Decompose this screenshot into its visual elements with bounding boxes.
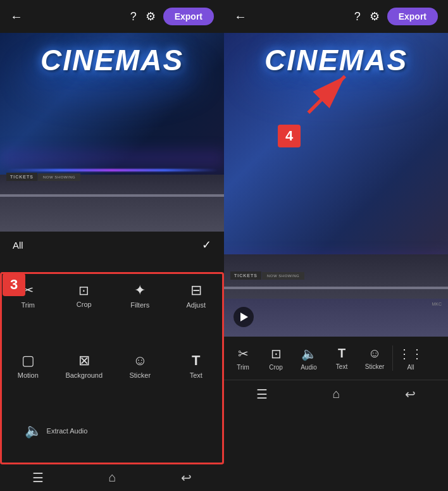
right-trim-label: Trim: [237, 364, 249, 371]
settings-button[interactable]: ⚙: [144, 8, 157, 25]
filters-label: Filters: [130, 301, 149, 309]
left-video-preview: CINEMAS TICKETS NOW SHOWING: [0, 33, 224, 232]
right-nav-home-icon[interactable]: ⌂: [332, 387, 340, 401]
filters-icon: ✦: [134, 283, 146, 297]
step-4-badge: 4: [278, 125, 301, 147]
sticker-label: Sticker: [129, 371, 151, 379]
right-cinemas-text: CINEMAS: [264, 46, 408, 75]
right-now-showing-sign: NOW SHOWING: [262, 272, 304, 280]
right-toolbar: ✂ Trim ⊡ Crop 🔈 Audio T Text ☺ Sticker ⋮…: [224, 337, 448, 380]
right-crop-label: Crop: [269, 364, 283, 371]
tickets-sign: TICKETS: [6, 173, 37, 181]
all-label: All: [13, 240, 23, 251]
step-3-badge: 3: [3, 273, 25, 296]
floor-balcony: TICKETS NOW SHOWING: [0, 175, 224, 232]
crop-icon: ⊡: [78, 284, 89, 297]
right-tool-crop[interactable]: ⊡ Crop: [259, 342, 292, 375]
right-video-preview: CINEMAS TICKETS NOW SHOWING MKC 4: [224, 33, 448, 337]
nav-home-icon[interactable]: ⌂: [108, 470, 116, 485]
right-floor-balcony: TICKETS NOW SHOWING MKC: [224, 254, 448, 337]
text-label: Text: [190, 371, 202, 379]
crop-label: Crop: [77, 301, 92, 308]
check-icon[interactable]: ✓: [202, 238, 211, 252]
background-label: Background: [65, 371, 103, 379]
text-icon: T: [192, 354, 200, 368]
right-top-bar-right: ? ⚙ Export: [353, 8, 438, 25]
right-tool-all[interactable]: ⋮⋮ All: [394, 342, 427, 375]
right-tool-sticker[interactable]: ☺ Sticker: [358, 342, 391, 374]
right-balcony-rail: [224, 287, 448, 289]
right-nav-back-icon[interactable]: ↩: [405, 387, 416, 402]
tool-adjust[interactable]: ⊟ Adjust: [168, 261, 225, 332]
left-bottom-nav: ☰ ⌂ ↩: [0, 463, 224, 491]
right-all-icon: ⋮⋮: [398, 346, 423, 361]
right-text-icon: T: [338, 346, 345, 361]
left-top-bar: ← ? ⚙ Export: [0, 0, 224, 33]
tool-filters[interactable]: ✦ Filters: [112, 261, 168, 332]
back-arrow-icon[interactable]: ←: [10, 9, 23, 24]
adjust-label: Adjust: [186, 301, 206, 309]
right-back-arrow-icon[interactable]: ←: [234, 9, 247, 24]
right-audio-icon: 🔈: [301, 346, 317, 361]
help-button[interactable]: ?: [129, 9, 138, 25]
tool-background[interactable]: ⊠ Background: [56, 332, 113, 402]
right-trim-icon: ✂: [238, 346, 249, 361]
right-panel: ← ? ⚙ Export CINEMAS TICKETS NOW SHOWING…: [224, 0, 448, 491]
right-crop-icon: ⊡: [271, 346, 282, 361]
right-text-label: Text: [336, 363, 347, 370]
right-tool-trim[interactable]: ✂ Trim: [227, 342, 259, 375]
right-all-label: All: [407, 364, 414, 371]
cinema-top-area: CINEMAS: [0, 33, 224, 81]
adjust-icon: ⊟: [190, 283, 202, 297]
right-top-bar: ← ? ⚙ Export: [224, 0, 448, 33]
nav-back-icon[interactable]: ↩: [181, 470, 192, 485]
right-tickets-sign: TICKETS: [230, 271, 261, 280]
background-icon: ⊠: [78, 354, 90, 368]
right-settings-button[interactable]: ⚙: [368, 8, 381, 25]
right-help-button[interactable]: ?: [353, 9, 362, 25]
tools-grid: ✂ Trim ⊡ Crop ✦ Filters ⊟ Adjust ▢ Motio…: [0, 258, 224, 463]
right-top-bar-left: ←: [234, 9, 247, 24]
now-showing-sign: NOW SHOWING: [38, 173, 80, 181]
right-export-button[interactable]: Export: [387, 8, 438, 25]
tool-motion[interactable]: ▢ Motion: [0, 332, 56, 402]
left-panel: ← ? ⚙ Export CINEMAS TICKETS NOW SHOWING…: [0, 0, 224, 491]
right-sticker-label: Sticker: [365, 363, 385, 370]
right-tool-audio[interactable]: 🔈 Audio: [292, 342, 325, 375]
tool-text[interactable]: T Text: [168, 332, 225, 402]
play-icon: [240, 313, 248, 321]
right-sticker-icon: ☺: [368, 346, 381, 361]
extract-audio-label: Extract Audio: [47, 427, 88, 435]
cinemas-text: CINEMAS: [40, 46, 184, 75]
right-tool-text[interactable]: T Text: [325, 342, 358, 374]
right-bottom-nav: ☰ ⌂ ↩: [224, 380, 448, 407]
motion-icon: ▢: [22, 354, 35, 368]
purple-blob: [0, 149, 224, 168]
tool-extract-audio[interactable]: 🔈 Extract Audio: [0, 401, 112, 460]
right-audio-label: Audio: [301, 364, 317, 371]
left-top-bar-left: ←: [10, 9, 23, 24]
toolbar-divider: [392, 345, 393, 371]
toolbar-header: All ✓: [0, 232, 224, 258]
neon-strip: [6, 169, 218, 171]
export-button[interactable]: Export: [163, 8, 214, 25]
tool-crop[interactable]: ⊡ Crop: [56, 261, 113, 332]
motion-label: Motion: [18, 371, 39, 379]
tool-sticker[interactable]: ☺ Sticker: [112, 332, 168, 402]
balcony-rail: [0, 194, 224, 197]
trim-label: Trim: [21, 301, 35, 309]
tool-trim[interactable]: ✂ Trim: [0, 261, 56, 332]
nav-menu-icon[interactable]: ☰: [32, 470, 44, 485]
right-cinema-top: CINEMAS: [224, 33, 448, 81]
left-top-bar-right: ? ⚙ Export: [129, 8, 214, 25]
play-button[interactable]: [233, 307, 254, 327]
extract-audio-icon: 🔈: [25, 424, 42, 438]
sticker-icon: ☺: [133, 354, 147, 368]
right-nav-menu-icon[interactable]: ☰: [256, 387, 268, 402]
